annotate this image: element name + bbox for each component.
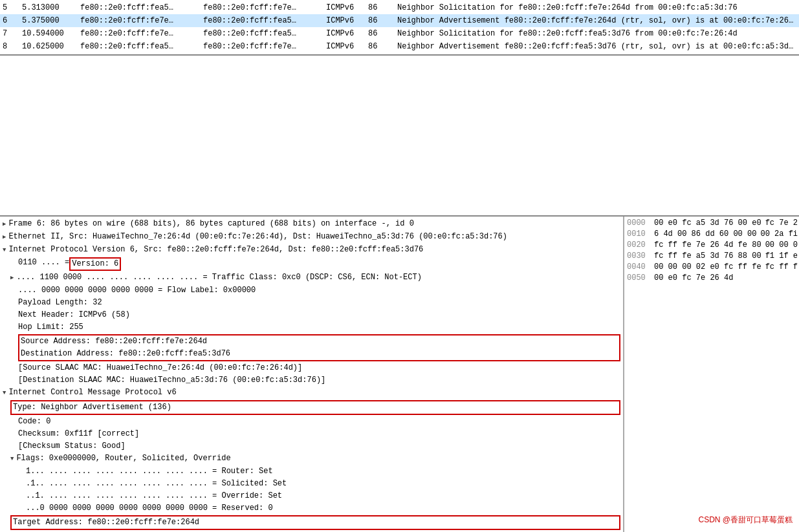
- dst-addr-text: Destination Address: fe80::2e0:fcff:fea5…: [21, 348, 230, 359]
- pkt-src-7: fe80::2e0:fcff:fe7e…: [80, 28, 203, 39]
- flags-row[interactable]: Flags: 0xe0000000, Router, Solicited, Ov…: [0, 452, 623, 465]
- flag-reserved-row: ...0 0000 0000 0000 0000 0000 0000 0000 …: [0, 502, 623, 515]
- hex-row-0050: 0050 00 e0 fc 7e 26 4d: [627, 273, 796, 284]
- flag-router-text: 1... .... .... .... .... .... .... .... …: [26, 466, 273, 477]
- hex-offset-0040: 0040: [627, 262, 650, 273]
- ethernet-text: Ethernet II, Src: HuaweiTechno_7e:26:4d …: [8, 231, 507, 242]
- ipv6-expand-icon: [3, 244, 6, 256]
- flow-label-row: .... 0000 0000 0000 0000 0000 = Flow Lab…: [0, 284, 623, 297]
- checksum-text: Checksum: 0xf11f [correct]: [18, 429, 139, 440]
- hex-row-0010: 0010 6 4d 00 86 dd 60 00 00 00 2a fi: [627, 229, 796, 240]
- middle-spacer: [0, 56, 799, 215]
- code-row: Code: 0: [0, 416, 623, 428]
- source-addr-text: Source Address: fe80::2e0:fcff:fe7e:264d: [21, 336, 207, 347]
- hex-panel: 0000 00 e0 fc a5 3d 76 00 e0 fc 7e 2 001…: [624, 217, 799, 532]
- payload-len-row: Payload Length: 32: [0, 297, 623, 309]
- pkt-dst-8: fe80::2e0:fcff:fe7e…: [203, 41, 326, 52]
- checksum-status-text: [Checksum Status: Good]: [18, 441, 126, 452]
- icmpv6-expand-icon: [3, 387, 6, 399]
- pkt-time-5: 5.313000: [22, 2, 80, 14]
- type-row: Type: Neighbor Advertisement (136): [13, 401, 618, 414]
- hex-ascii-0000: fc 7e 2: [765, 218, 799, 229]
- dst-slaac-text: [Destination SLAAC MAC: HuaweiTechno_a5:…: [18, 375, 325, 386]
- pkt-dst-6: fe80::2e0:fcff:fea5…: [203, 15, 326, 27]
- pkt-len-6: 86: [368, 15, 397, 27]
- payload-len-text: Payload Length: 32: [18, 297, 102, 308]
- source-addr-row: Source Address: fe80::2e0:fcff:fe7e:264d: [21, 335, 618, 348]
- hex-ascii-0020: 00 00 0: [765, 240, 799, 251]
- icmpv6-text: Internet Control Message Protocol v6: [8, 387, 176, 398]
- hex-bytes-0010: 6 4d 00 86 dd 60 00 00: [654, 229, 756, 240]
- pkt-proto-7: ICMPv6: [326, 28, 368, 39]
- ipv6-row[interactable]: Internet Protocol Version 6, Src: fe80::…: [0, 244, 623, 257]
- checksum-status-row: [Checksum Status: Good]: [0, 440, 623, 452]
- flags-text: Flags: 0xe0000000, Router, Solicited, Ov…: [16, 453, 230, 464]
- dst-addr-row: Destination Address: fe80::2e0:fcff:fea5…: [21, 348, 618, 360]
- pkt-len-8: 86: [368, 41, 397, 52]
- hop-limit-text: Hop Limit: 255: [18, 322, 83, 333]
- hex-offset-0010: 0010: [627, 229, 650, 240]
- checksum-row: Checksum: 0xf11f [correct]: [0, 428, 623, 440]
- flag-solicited-text: .1.. .... .... .... .... .... .... .... …: [26, 478, 287, 489]
- hex-bytes-0030: fc ff fe a5 3d 76 88 00: [654, 251, 761, 262]
- flag-reserved-text: ...0 0000 0000 0000 0000 0000 0000 0000 …: [26, 503, 273, 514]
- next-header-text: Next Header: ICMPv6 (58): [18, 310, 130, 321]
- hex-row-0040: 0040 00 00 00 02 e0 fc ff fe fc ff f: [627, 262, 796, 273]
- frame-expand-icon: [3, 218, 6, 230]
- packet-row-6[interactable]: 6 5.375000 fe80::2e0:fcff:fe7e… fe80::2e…: [0, 14, 799, 27]
- pkt-src-6: fe80::2e0:fcff:fe7e…: [80, 15, 203, 27]
- hex-bytes-0050: 00 e0 fc 7e 26 4d: [654, 273, 754, 284]
- pkt-time-6: 5.375000: [22, 15, 80, 27]
- pkt-proto-6: ICMPv6: [326, 15, 368, 27]
- watermark: CSDN @香甜可口草莓蛋糕: [698, 515, 793, 526]
- target-addr-text: Target Address: fe80::2e0:fcff:fe7e:264d: [13, 517, 199, 528]
- code-text: Code: 0: [18, 416, 50, 427]
- version-row: 0110 .... = Version: 6: [0, 257, 623, 271]
- frame-text: Frame 6: 86 bytes on wire (688 bits), 86…: [8, 218, 414, 229]
- hex-offset-0050: 0050: [627, 273, 650, 284]
- packet-row-7[interactable]: 7 10.594000 fe80::2e0:fcff:fe7e… fe80::2…: [0, 27, 799, 40]
- pkt-len-5: 86: [368, 2, 397, 14]
- hex-ascii-0010: 00 2a fi: [760, 229, 799, 240]
- flag-override-text: ..1. .... .... .... .... .... .... .... …: [26, 491, 282, 502]
- type-highlight-box: Type: Neighbor Advertisement (136): [10, 400, 620, 415]
- flag-override-row: ..1. .... .... .... .... .... .... .... …: [0, 490, 623, 502]
- hex-bytes-0000: 00 e0 fc a5 3d 76 00 e0: [654, 218, 761, 229]
- hex-ascii-0040: fc ff f: [765, 262, 799, 273]
- frame-row[interactable]: Frame 6: 86 bytes on wire (688 bits), 86…: [0, 218, 623, 231]
- hex-row-0030: 0030 fc ff fe a5 3d 76 88 00 f1 1f e: [627, 251, 796, 262]
- next-header-row: Next Header: ICMPv6 (58): [0, 309, 623, 321]
- detail-panel[interactable]: Frame 6: 86 bytes on wire (688 bits), 86…: [0, 217, 624, 532]
- icmpv6-row[interactable]: Internet Control Message Protocol v6: [0, 387, 623, 399]
- src-dst-highlight-box: Source Address: fe80::2e0:fcff:fe7e:264d…: [18, 334, 620, 361]
- traffic-class-text: .... 1100 0000 .... .... .... .... .... …: [16, 272, 422, 283]
- type-text: Type: Neighbor Advertisement (136): [13, 402, 171, 413]
- pkt-src-5: fe80::2e0:fcff:fea5…: [80, 2, 203, 14]
- hex-offset-0020: 0020: [627, 240, 650, 251]
- pkt-num-7: 7: [3, 28, 22, 39]
- ethernet-expand-icon: [3, 231, 6, 243]
- hex-bytes-0040: 00 00 00 02 e0 fc ff fe: [654, 262, 761, 273]
- pkt-num-5: 5: [3, 2, 22, 14]
- packet-row-5[interactable]: 5 5.313000 fe80::2e0:fcff:fea5… fe80::2e…: [0, 1, 799, 14]
- pkt-proto-5: ICMPv6: [326, 2, 368, 14]
- bottom-area: Frame 6: 86 bytes on wire (688 bits), 86…: [0, 215, 799, 532]
- hop-limit-row: Hop Limit: 255: [0, 321, 623, 334]
- traffic-class-row: .... 1100 0000 .... .... .... .... .... …: [0, 271, 623, 284]
- version-value: Version: 6: [69, 257, 121, 271]
- flow-label-text: .... 0000 0000 0000 0000 0000 = Flow Lab…: [18, 285, 256, 296]
- pkt-dst-7: fe80::2e0:fcff:fea5…: [203, 28, 326, 39]
- dst-slaac-row: [Destination SLAAC MAC: HuaweiTechno_a5:…: [0, 374, 623, 387]
- ethernet-row[interactable]: Ethernet II, Src: HuaweiTechno_7e:26:4d …: [0, 231, 623, 244]
- flag-solicited-row: .1.. .... .... .... .... .... .... .... …: [0, 478, 623, 490]
- pkt-info-8: Neighbor Advertisement fe80::2e0:fcff:fe…: [397, 41, 796, 52]
- hex-ascii-0030: f1 1f e: [765, 251, 799, 262]
- hex-offset-0030: 0030: [627, 251, 650, 262]
- packet-row-8[interactable]: 8 10.625000 fe80::2e0:fcff:fea5… fe80::2…: [0, 40, 799, 53]
- pkt-time-8: 10.625000: [22, 41, 80, 52]
- hex-row-0000: 0000 00 e0 fc a5 3d 76 00 e0 fc 7e 2: [627, 218, 796, 229]
- flags-expand-icon: [10, 453, 14, 465]
- target-addr-row: Target Address: fe80::2e0:fcff:fe7e:264d: [13, 516, 618, 529]
- hex-ascii-0050: [758, 273, 796, 284]
- hex-row-0020: 0020 fc ff fe 7e 26 4d fe 80 00 00 0: [627, 240, 796, 251]
